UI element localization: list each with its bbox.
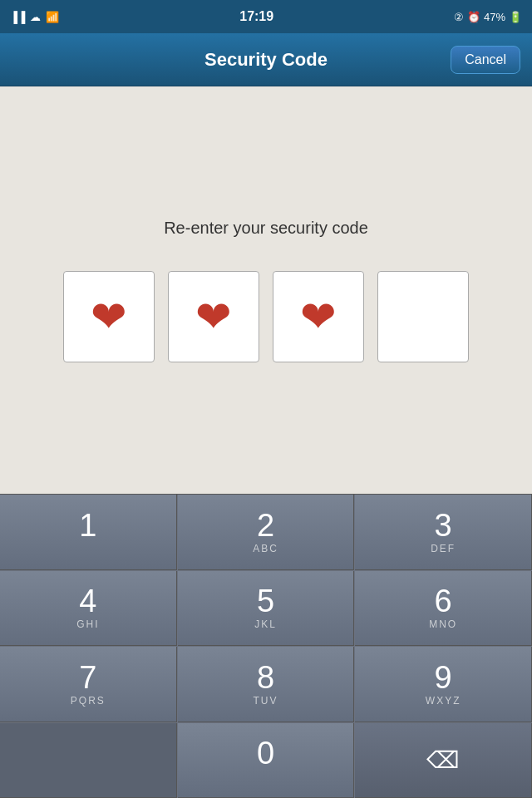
battery-icon: 🔋 <box>509 11 522 23</box>
key-2[interactable]: 2 ABC <box>178 495 355 570</box>
key-3-number: 3 <box>435 510 452 541</box>
signal-icon: ▐▐ <box>10 11 25 23</box>
battery-percent: 47% <box>484 11 505 23</box>
key-5-letters: JKL <box>254 618 277 630</box>
key-0-number: 0 <box>257 737 274 769</box>
alarm-icon: ⏰ <box>467 11 480 23</box>
key-6-number: 6 <box>435 585 452 617</box>
status-left: ▐▐ ☁ 📶 <box>10 11 59 23</box>
key-9[interactable]: 9 WXYZ <box>355 647 532 722</box>
key-8-number: 8 <box>257 662 274 693</box>
key-9-number: 9 <box>435 662 452 693</box>
key-5-number: 5 <box>257 585 274 617</box>
code-box-1: ❤ <box>63 271 155 362</box>
code-symbol-3: ❤ <box>300 292 337 342</box>
key-0-letters <box>264 771 268 782</box>
key-3[interactable]: 3 DEF <box>355 495 532 570</box>
key-empty <box>0 723 177 799</box>
key-4-letters: GHI <box>76 618 99 630</box>
key-5[interactable]: 5 JKL <box>178 571 355 647</box>
key-0[interactable]: 0 <box>178 723 355 799</box>
nav-title: Security Code <box>204 49 328 71</box>
key-3-letters: DEF <box>431 543 456 554</box>
key-7-letters: PQRS <box>71 695 106 707</box>
status-bar: ▐▐ ☁ 📶 17:19 ② ⏰ 47% 🔋 <box>0 0 532 33</box>
key-delete[interactable]: ⌫ <box>355 723 532 799</box>
code-symbol-1: ❤ <box>91 292 127 342</box>
key-1-number: 1 <box>79 510 96 541</box>
key-6[interactable]: 6 MNO <box>355 571 532 647</box>
cloud-icon: ☁ <box>30 11 41 23</box>
key-4-number: 4 <box>79 585 96 617</box>
wifi-icon: 📶 <box>46 11 59 23</box>
code-boxes: ❤ ❤ ❤ <box>63 271 469 362</box>
key-6-letters: MNO <box>429 618 457 630</box>
key-9-letters: WXYZ <box>426 695 461 707</box>
key-8-letters: TUV <box>253 695 278 707</box>
key-1-letters <box>86 543 90 554</box>
key-7-number: 7 <box>79 662 96 693</box>
code-symbol-2: ❤ <box>195 292 232 342</box>
code-box-2: ❤ <box>168 271 259 362</box>
key-1[interactable]: 1 <box>0 495 177 570</box>
instruction-text: Re-enter your security code <box>164 219 368 238</box>
sim-icon: ② <box>454 11 464 23</box>
content-area: Re-enter your security code ❤ ❤ ❤ <box>0 86 532 494</box>
key-8[interactable]: 8 TUV <box>178 647 355 722</box>
key-2-number: 2 <box>257 510 274 541</box>
code-box-3: ❤ <box>273 271 364 362</box>
keypad: 1 2 ABC 3 DEF 4 GHI 5 JKL 6 MNO 7 PQRS 8… <box>0 494 532 798</box>
code-box-4 <box>377 271 469 362</box>
key-7[interactable]: 7 PQRS <box>0 647 177 722</box>
key-4[interactable]: 4 GHI <box>0 571 177 647</box>
cancel-button[interactable]: Cancel <box>451 46 520 74</box>
status-time: 17:19 <box>239 9 273 24</box>
delete-icon: ⌫ <box>426 746 460 774</box>
status-right: ② ⏰ 47% 🔋 <box>454 11 522 23</box>
key-2-letters: ABC <box>253 543 278 554</box>
nav-bar: Security Code Cancel <box>0 33 532 86</box>
